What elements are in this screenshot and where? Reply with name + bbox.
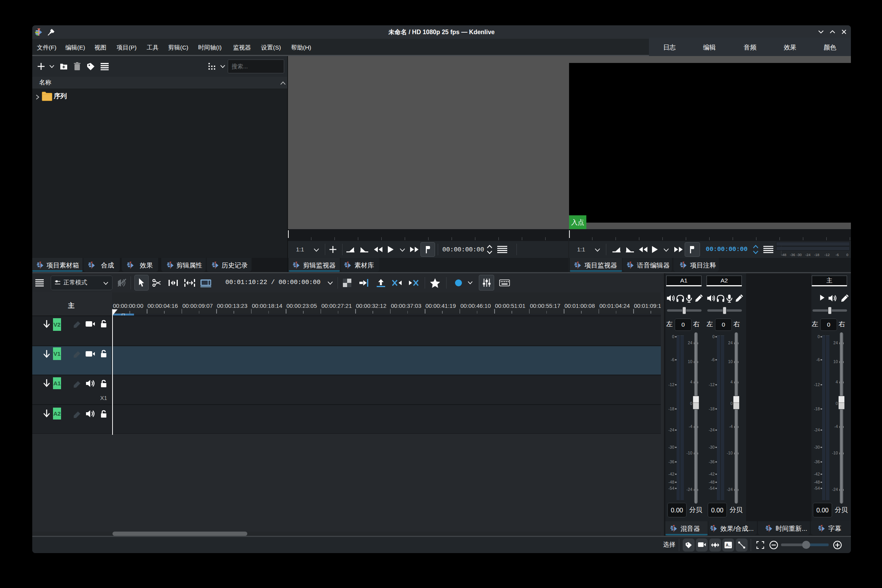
svg-text:A..: A.. (726, 543, 731, 547)
